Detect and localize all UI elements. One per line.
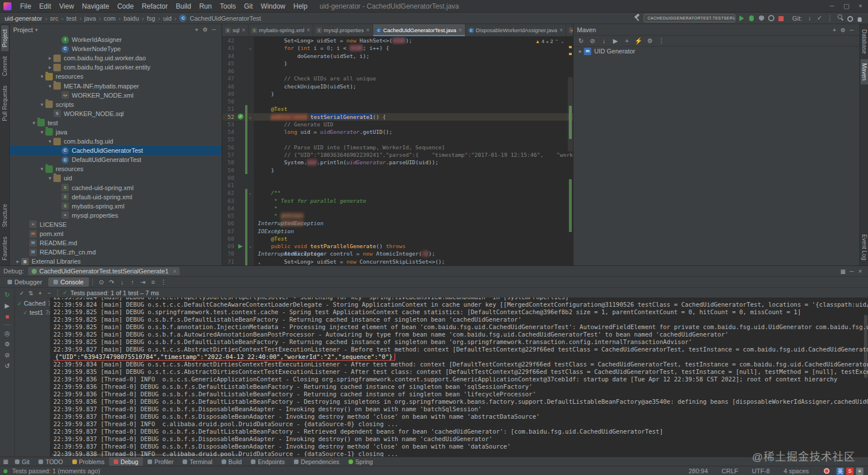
console[interactable]: 22:39:59.824 [main] DEBUG o.s.c.e.Proper… [51, 298, 868, 457]
ime-badge[interactable]: ≡ [856, 468, 863, 475]
update-project-icon[interactable] [805, 13, 815, 22]
project-tree-item[interactable]: mpom.xml [10, 229, 222, 238]
code-line[interactable]: 62⌄ /** [222, 189, 573, 196]
add-icon[interactable]: + [830, 27, 839, 33]
settings-icon[interactable]: ⚙ [839, 27, 847, 33]
debug-icon[interactable] [747, 14, 757, 23]
code-line[interactable]: 55 [222, 136, 573, 143]
ime-badge[interactable]: 英 [836, 468, 844, 475]
project-tree-item[interactable]: ▾test [10, 118, 222, 128]
rerun-icon[interactable]: ↻ [2, 290, 13, 299]
editor-scrollbar[interactable] [568, 77, 573, 152]
expand-all-icon[interactable]: + [36, 290, 45, 296]
code-line[interactable]: 43⌄ for (int i = 0; i < SIZE; i++) { [222, 44, 573, 52]
code-line[interactable]: 59 } [222, 167, 573, 174]
resume-icon[interactable]: ▶ [2, 301, 13, 310]
project-tree-item[interactable]: ▾com.baidu.fsg.uid [10, 137, 222, 146]
run-test-icon[interactable] [238, 244, 243, 249]
fold-marker[interactable]: ⌄ [247, 189, 254, 196]
code-editor[interactable]: 42 Set<Long> uidSet = new HashSet<>(SIZE… [222, 37, 573, 265]
minimize-icon[interactable]: ─ [847, 268, 856, 275]
close-tab-icon[interactable]: × [459, 27, 462, 33]
settings-icon[interactable] [845, 14, 855, 24]
code-line[interactable]: 45 } [222, 60, 573, 67]
editor-tab[interactable]: Ssql× [222, 24, 249, 36]
close-tab-icon[interactable]: × [242, 27, 245, 33]
editor-tab[interactable]: CDisposableWorkerIdAssigner.java× [466, 24, 567, 36]
tree-chevron-icon[interactable]: ▸ [46, 55, 53, 61]
code-line[interactable]: 54 long uid = uidGenerator.getUID(); [222, 128, 573, 136]
tree-chevron-icon[interactable]: ▾ [46, 83, 53, 89]
tree-chevron-icon[interactable]: ▾ [30, 120, 37, 126]
download-sources-icon[interactable]: ↓ [599, 36, 609, 45]
menu-git[interactable]: Git [240, 2, 257, 10]
project-tree-item[interactable]: ≡LICENSE [10, 220, 222, 229]
menu-edit[interactable]: Edit [35, 2, 55, 10]
run-icon[interactable] [737, 14, 747, 23]
offline-icon[interactable]: ⊘ [587, 36, 598, 45]
toolwindow-button-favorites[interactable]: Favorites [1, 233, 9, 264]
run-to-cursor-icon[interactable]: ⇥ [138, 277, 148, 287]
tree-chevron-icon[interactable]: ▸ [14, 258, 21, 264]
code-line[interactable]: 66 * @throws IOException [222, 219, 573, 227]
caret-position[interactable]: 280:94 [688, 468, 708, 474]
code-line[interactable]: 46 [222, 67, 573, 75]
toolwindow-button-problems[interactable]: Problems [68, 457, 109, 466]
prev-issue-icon[interactable]: ⌃ [555, 39, 559, 44]
inspections-widget[interactable]: ▲ 4 ● 2 ⌃ ⌄ [533, 38, 566, 45]
fold-marker[interactable]: ⌄ [247, 242, 254, 250]
breadcrumb-item[interactable]: uid-generator [3, 15, 43, 22]
project-tree-item[interactable]: ▸com.baidu.fsg.uid.worker.dao [10, 53, 222, 63]
code-line[interactable]: 53 // Generate UID [222, 121, 573, 128]
more-icon[interactable]: ⋮ [656, 36, 666, 45]
mute-breakpoints-icon[interactable]: ⊘ [2, 350, 13, 360]
run-icon[interactable]: ▶ [610, 36, 621, 45]
project-tree-item[interactable]: ▾java [10, 128, 222, 137]
sort-alphabetically-icon[interactable]: ⇅ [26, 290, 36, 296]
menu-run[interactable]: Run [195, 2, 216, 10]
settings-icon[interactable]: ⚙ [201, 26, 210, 33]
step-out-icon[interactable]: ↑ [127, 277, 138, 287]
breadcrumb-item[interactable]: java [83, 15, 97, 22]
code-line[interactable]: 50 [222, 98, 573, 105]
code-line[interactable]: 64 * [222, 204, 573, 212]
settings-icon[interactable]: ⚙ [2, 339, 13, 349]
project-tree-item[interactable]: CWorkerNodeType [10, 44, 222, 53]
fold-marker[interactable]: ⌄ [247, 44, 254, 52]
code-line[interactable]: 48 checkUniqueID(uidSet); [222, 83, 573, 90]
editor-tab[interactable]: CCachedUidGeneratorTest.java× [373, 24, 466, 36]
run-configuration-selector[interactable]: CachedUidGeneratorTest.testSerialGenerat… [644, 14, 735, 22]
chevron-down-icon[interactable]: ▾ [35, 27, 38, 33]
menu-code[interactable]: Code [113, 2, 138, 10]
breadcrumb-item[interactable]: CCachedUidGeneratorTest [178, 14, 262, 22]
toolwindow-button-git[interactable]: Git [10, 457, 34, 466]
project-tree-item[interactable]: MREADME.md [10, 238, 222, 248]
step-over-icon[interactable]: ↷ [107, 277, 117, 287]
toolwindow-switcher-icon[interactable]: ▦ [1, 458, 10, 465]
notifications-icon[interactable] [855, 15, 865, 24]
breadcrumb-item[interactable]: test [65, 15, 78, 22]
toolwindow-button-todo[interactable]: TODO [34, 457, 67, 466]
code-line[interactable]: 52✓⌄ public void testSerialGenerate1() { [222, 113, 573, 121]
debug-view-tab-debugger[interactable]: Debugger [2, 277, 47, 287]
close-tab-icon[interactable]: × [366, 27, 370, 33]
tree-chevron-icon[interactable]: ▾ [38, 129, 45, 135]
test-passed-icon[interactable]: ✓ [238, 114, 243, 119]
test-tree[interactable]: ✓Cached7 ms✓test17ms [15, 298, 51, 457]
more-icon[interactable]: ⋮ [158, 277, 169, 287]
project-tree-item[interactable]: <>WORKER_NODE.xml [10, 91, 222, 100]
code-line[interactable]: 70 AtomicInteger control = new AtomicInt… [222, 250, 573, 257]
add-icon[interactable]: + [622, 36, 632, 45]
toolwindow-button-commit[interactable]: Commit [1, 52, 9, 80]
show-execution-icon[interactable]: ⊙ [96, 277, 107, 287]
locate-icon[interactable]: ⌖ [192, 26, 201, 33]
tree-chevron-icon[interactable]: ▾ [38, 102, 45, 107]
toolwindow-button-terminal[interactable]: Terminal [178, 457, 217, 466]
project-tree-item[interactable]: ▾resources [10, 72, 222, 81]
project-tree-item[interactable]: CDefaultUidGeneratorTest [10, 155, 222, 164]
project-tree[interactable]: IWorkerIdAssignerCWorkerNodeType▸com.bai… [10, 35, 222, 265]
tree-chevron-icon[interactable]: ▸ [577, 48, 584, 54]
console-vertical-scrollbar[interactable] [864, 315, 867, 378]
toolwindow-button-spring[interactable]: Spring [344, 457, 377, 466]
project-tree-item[interactable]: ▾resources [10, 164, 222, 173]
